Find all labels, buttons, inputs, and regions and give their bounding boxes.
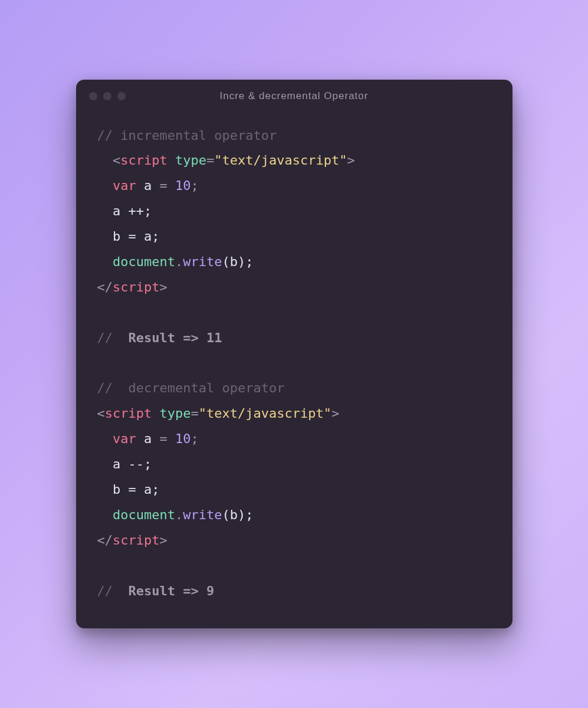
code-token: a ++;: [97, 204, 152, 218]
code-token: =: [160, 178, 167, 193]
code-token: >: [347, 153, 354, 168]
code-token: a: [136, 178, 160, 193]
code-result: Result => 9: [113, 584, 214, 598]
code-token: a: [136, 431, 160, 446]
code-token: script: [120, 153, 167, 168]
code-token: type: [159, 406, 190, 421]
code-token: .: [175, 254, 183, 269]
code-token: var: [113, 431, 136, 446]
code-token: document: [113, 507, 175, 522]
code-token: (b);: [222, 254, 253, 269]
code-token: 10: [175, 178, 191, 193]
code-token: [167, 178, 175, 193]
code-token: //: [97, 584, 113, 598]
code-block: // incremental operator <script type="te…: [76, 113, 513, 629]
code-token: "text/javascript": [214, 153, 347, 168]
code-token: ;: [191, 178, 199, 193]
code-token: .: [175, 507, 183, 522]
window-close-icon[interactable]: [89, 92, 97, 100]
code-token: [167, 431, 175, 446]
code-token: //: [97, 330, 113, 345]
code-token: "text/javascript": [199, 406, 331, 421]
code-token: document: [113, 254, 175, 269]
code-token: a --;: [97, 457, 152, 471]
code-comment: // incremental operator: [97, 128, 277, 143]
window-minimize-icon[interactable]: [103, 92, 111, 100]
window-maximize-icon[interactable]: [117, 92, 126, 100]
code-token: >: [331, 406, 339, 421]
code-token: <: [97, 406, 105, 421]
window-title: Incre & decremental Operator: [76, 90, 513, 102]
code-token: </: [97, 533, 113, 548]
code-token: script: [105, 406, 152, 421]
code-token: (b);: [222, 507, 253, 522]
code-token: write: [183, 254, 222, 269]
code-token: script: [113, 280, 159, 294]
code-token: <: [113, 153, 120, 168]
code-token: 10: [175, 431, 191, 446]
code-result: Result => 11: [113, 330, 222, 345]
code-token: b = a;: [97, 229, 160, 244]
code-window: Incre & decremental Operator // incremen…: [76, 80, 513, 629]
window-controls: [89, 92, 126, 100]
code-token: script: [113, 533, 159, 548]
code-token: >: [159, 280, 167, 294]
code-token: </: [97, 280, 113, 294]
window-titlebar: Incre & decremental Operator: [76, 80, 513, 113]
code-token: =: [206, 153, 214, 168]
code-token: //: [97, 381, 113, 395]
code-token: type: [175, 153, 206, 168]
code-token: =: [190, 406, 198, 421]
code-token: write: [183, 507, 222, 522]
code-token: =: [160, 431, 167, 446]
code-token: >: [159, 533, 167, 548]
code-token: ;: [191, 431, 199, 446]
code-token: b = a;: [97, 482, 160, 497]
code-comment: decremental operator: [113, 381, 284, 395]
code-token: var: [113, 178, 136, 193]
